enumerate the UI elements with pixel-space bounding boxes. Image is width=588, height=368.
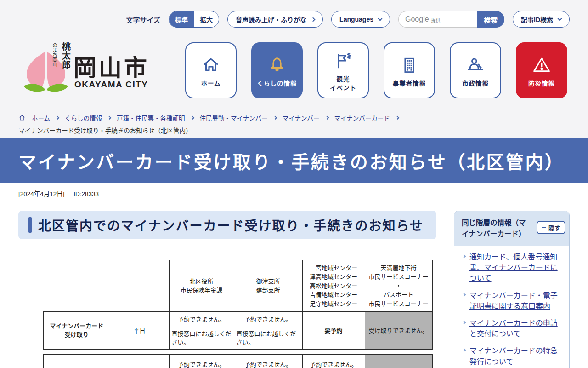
site-search: Google 提供 検索 xyxy=(398,11,504,28)
table-cell-mitsu: 予約できません。 xyxy=(234,354,302,368)
chevron-down-icon xyxy=(558,16,562,21)
hide-button[interactable]: 隠す xyxy=(537,221,565,234)
flag-icon xyxy=(333,50,353,71)
table-header-empty xyxy=(43,260,110,312)
chevron-right-icon xyxy=(56,116,59,120)
breadcrumb: ホーム くらしの情報 戸籍・住民票・各種証明 住民異動・マイナンバー マイナンバ… xyxy=(18,113,399,122)
breadcrumb-link[interactable]: マイナンバーカード xyxy=(334,113,390,122)
font-size-enlarge-button[interactable]: 拡大 xyxy=(194,12,219,27)
city-name-en: OKAYAMA CITY xyxy=(74,80,148,90)
reception-icon xyxy=(465,54,486,75)
breadcrumb-link[interactable]: ホーム xyxy=(32,113,50,122)
table-header-centers: 一宮地域センター 津高地域センター 高松地域センター 吉備地域センター 足守地域… xyxy=(302,260,365,312)
breadcrumb-link[interactable]: 戸籍・住民票・各種証明 xyxy=(117,113,185,122)
breadcrumb-current: マイナンバーカード受け取り・手続きのお知らせ（北区管内） xyxy=(18,126,192,135)
nav-city-government[interactable]: 市政情報 xyxy=(450,42,501,98)
heading-accent-bar xyxy=(28,217,32,233)
schedule-table: 北区役所 市民保険年金課 御津支所 建部支所 一宮地域センター 津高地域センター… xyxy=(43,260,433,350)
home-icon xyxy=(18,114,26,121)
font-size-standard-button[interactable]: 標準 xyxy=(169,12,194,27)
related-link-item[interactable]: マイナンバーカードの申請と交付について xyxy=(462,318,564,339)
building-icon xyxy=(399,54,419,75)
font-size-toggle: 標準 拡大 xyxy=(169,11,219,28)
languages-button[interactable]: Languages xyxy=(331,11,390,28)
google-logo: Google xyxy=(405,15,429,23)
table-cell-day xyxy=(110,354,169,368)
table-header-mitsu: 御津支所 建部支所 xyxy=(234,260,302,312)
chevron-right-icon xyxy=(107,116,111,120)
table-header-kitaku: 北区役所 市民保険年金課 xyxy=(169,260,234,312)
bell-icon xyxy=(267,54,287,75)
related-links-panel: 同じ階層の情報（マイナンバーカード） 隠す 通知カード、個人番号通知書、マイナン… xyxy=(454,211,570,368)
page-title: マイナンバーカード受け取り・手続きのお知らせ（北区管内） xyxy=(18,148,564,173)
nav-business-info[interactable]: 事業者情報 xyxy=(384,42,435,98)
section-heading: 北区管内でのマイナンバーカード受け取り・手続きのお知らせ xyxy=(38,216,424,234)
table-cell-tenmaya xyxy=(365,354,432,368)
search-input[interactable]: Google 提供 xyxy=(398,11,477,28)
table-cell-centers: 予約できません。 xyxy=(302,354,365,368)
tts-button[interactable]: 音声読み上げ・ふりがな xyxy=(227,11,323,28)
article-meta: [2024年4月12日] ID:28333 xyxy=(18,189,99,198)
warning-icon xyxy=(531,54,552,75)
chevron-right-icon xyxy=(462,321,466,324)
table-cell-day: 平日 xyxy=(110,312,169,350)
logo-slogan: 桃太郎 のまち岡山 xyxy=(51,42,72,69)
table-cell-tenmaya: 受け取りできません。 xyxy=(365,312,432,350)
table-header-tenmaya: 天満屋地下街 市民サービスコーナー ・ パスポート 市民サービスコーナー xyxy=(365,260,432,312)
chevron-right-icon xyxy=(273,116,277,120)
nav-disaster-info[interactable]: 防災情報 xyxy=(516,42,567,98)
global-nav: ホーム くらしの情報 観光 イベント xyxy=(185,42,567,98)
table-cell-mitsu: 予約できません。 直接窓口にお越しください。 xyxy=(234,312,302,350)
chevron-right-icon xyxy=(190,116,194,120)
related-link-item[interactable]: マイナンバーカード・電子証明書に関する窓口案内 xyxy=(462,290,564,311)
section-heading-box: 北区管内でのマイナンバーカード受け取り・手続きのお知らせ xyxy=(18,211,436,239)
article-date: [2024年4月12日] xyxy=(18,190,65,197)
city-name: 岡山市 xyxy=(74,49,149,82)
chevron-right-icon xyxy=(462,254,466,258)
page-title-banner: マイナンバーカード受け取り・手続きのお知らせ（北区管内） xyxy=(0,138,588,183)
breadcrumb-link[interactable]: くらしの情報 xyxy=(65,113,102,122)
table-cell-centers: 要予約 xyxy=(302,312,365,350)
related-links-title: 同じ階層の情報（マイナンバーカード） xyxy=(462,218,531,240)
article-id: ID:28333 xyxy=(74,190,99,197)
table-row-label xyxy=(43,354,110,368)
utility-bar: 文字サイズ 標準 拡大 音声読み上げ・ふりがな Languages Google… xyxy=(126,11,570,28)
site-logo[interactable]: 桃太郎 のまち岡山 岡山市 OKAYAMA CITY xyxy=(18,44,170,94)
related-links-header: 同じ階層の情報（マイナンバーカード） 隠す xyxy=(454,211,569,246)
breadcrumb-link[interactable]: 住民異動・マイナンバー xyxy=(200,113,268,122)
table-cell-kitaku: 予約できません。 xyxy=(169,354,234,368)
minus-icon xyxy=(542,227,546,228)
table-cell-kitaku: 予約できません。 直接窓口にお越しください。 xyxy=(169,312,234,350)
chevron-right-icon xyxy=(462,348,466,352)
nav-living-info[interactable]: くらしの情報 xyxy=(251,42,303,98)
home-icon xyxy=(201,54,221,75)
search-button[interactable]: 検索 xyxy=(477,11,504,28)
schedule-table-2: 予約できません。 予約できません。 予約できません。 xyxy=(43,354,433,368)
related-link-item[interactable]: マイナンバーカードの特急発行について xyxy=(462,345,564,367)
chevron-right-icon xyxy=(396,116,399,120)
font-size-label: 文字サイズ xyxy=(126,15,161,24)
nav-home[interactable]: ホーム xyxy=(185,42,237,98)
table-header-empty xyxy=(110,260,169,312)
article-id-search-button[interactable]: 記事ID検索 xyxy=(513,11,570,28)
table-row-label: マイナンバーカード 受け取り xyxy=(43,312,110,350)
chevron-right-icon xyxy=(462,293,466,296)
chevron-right-icon xyxy=(325,116,328,120)
chevron-down-icon xyxy=(378,16,383,21)
chevron-right-icon xyxy=(311,17,316,22)
breadcrumb-link[interactable]: マイナンバー xyxy=(283,113,320,122)
related-link-item[interactable]: 通知カード、個人番号通知書、マイナンバーカードについて xyxy=(462,252,564,284)
nav-tourism-events[interactable]: 観光 イベント xyxy=(317,42,369,98)
related-links-list: 通知カード、個人番号通知書、マイナンバーカードについて マイナンバーカード・電子… xyxy=(454,246,569,368)
